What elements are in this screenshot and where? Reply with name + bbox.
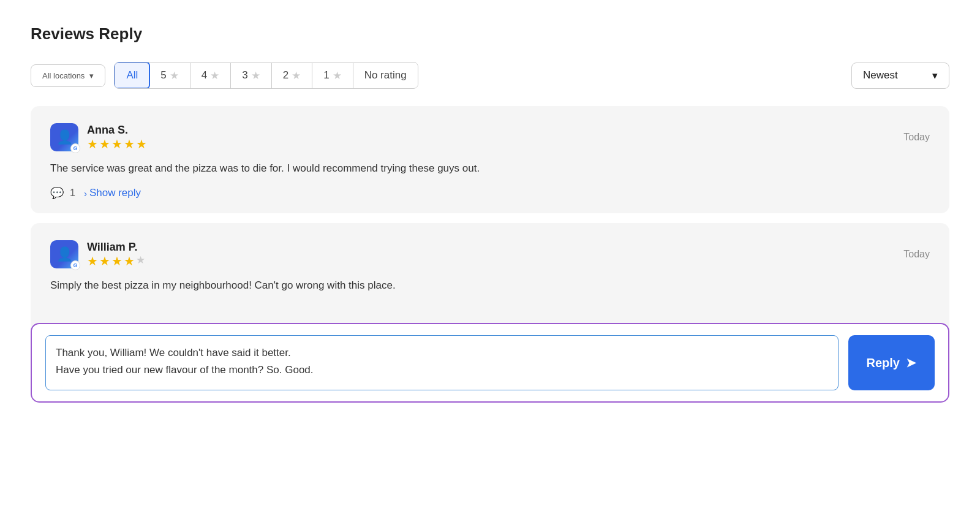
reply-textarea[interactable]: Thank you, William! We couldn't have sai… — [45, 335, 839, 390]
star-icon: ★ — [87, 137, 98, 151]
filters-bar: All locations ▾ All 5 ★ 4 ★ 3 ★ 2 ★ — [31, 62, 949, 89]
page-title: Reviews Reply — [31, 25, 949, 44]
show-reply-button[interactable]: › Show reply — [84, 187, 141, 199]
star-icon: ★ — [99, 137, 110, 151]
tab-3[interactable]: 3 ★ — [231, 63, 271, 88]
location-chevron-icon: ▾ — [89, 71, 94, 80]
star-icon: ★ — [111, 254, 123, 268]
reviewer-info: 👤 G Anna S. ★ ★ ★ ★ ★ — [50, 123, 147, 151]
star-icon: ★ — [136, 137, 147, 151]
star-icon: ★ — [251, 69, 260, 82]
reply-button[interactable]: Reply ➤ — [848, 335, 935, 390]
reviewer-name: William P. — [87, 241, 145, 254]
review-header: 👤 G William P. ★ ★ ★ ★ ★ Toda — [50, 240, 930, 268]
location-label: All locations — [42, 71, 85, 80]
review-footer: 💬 1 › Show reply — [50, 186, 930, 200]
star-icon: ★ — [210, 69, 219, 82]
send-icon: ➤ — [906, 355, 916, 370]
stars-row: ★ ★ ★ ★ ★ — [87, 137, 147, 151]
reply-section: Thank you, William! We couldn't have sai… — [31, 323, 949, 403]
sort-dropdown[interactable]: Newest ▾ — [851, 63, 949, 89]
sort-label: Newest — [863, 69, 898, 82]
comment-count: 1 — [70, 188, 75, 199]
star-icon: ★ — [333, 69, 342, 82]
star-icon: ★ — [124, 137, 135, 151]
star-icon: ★ — [87, 254, 98, 268]
avatar: 👤 G — [50, 123, 78, 151]
william-review-wrapper: 👤 G William P. ★ ★ ★ ★ ★ Toda — [31, 223, 949, 403]
reply-button-label: Reply — [867, 356, 900, 370]
google-badge: G — [70, 143, 80, 153]
star-icon: ★ — [111, 137, 123, 151]
review-card: 👤 G Anna S. ★ ★ ★ ★ ★ Today The service … — [31, 106, 949, 213]
sort-chevron-icon: ▾ — [932, 69, 938, 82]
review-card: 👤 G William P. ★ ★ ★ ★ ★ Toda — [31, 223, 949, 317]
avatar: 👤 G — [50, 240, 78, 268]
star-icon: ★ — [170, 69, 179, 82]
review-header: 👤 G Anna S. ★ ★ ★ ★ ★ Today — [50, 123, 930, 151]
star-icon: ★ — [136, 254, 145, 268]
review-date: Today — [903, 249, 930, 260]
tab-all[interactable]: All — [114, 62, 150, 89]
comment-icon: 💬 — [50, 186, 64, 200]
star-icon: ★ — [292, 69, 301, 82]
reviewer-info: 👤 G William P. ★ ★ ★ ★ ★ — [50, 240, 145, 268]
location-dropdown[interactable]: All locations ▾ — [31, 64, 105, 87]
review-date: Today — [903, 132, 930, 143]
reviewer-details: Anna S. ★ ★ ★ ★ ★ — [87, 124, 147, 151]
filter-left: All locations ▾ All 5 ★ 4 ★ 3 ★ 2 ★ — [31, 62, 418, 89]
google-badge: G — [70, 260, 80, 270]
show-reply-label: Show reply — [89, 187, 141, 199]
tab-5[interactable]: 5 ★ — [149, 63, 190, 88]
review-text: The service was great and the pizza was … — [50, 160, 930, 176]
tab-2[interactable]: 2 ★ — [272, 63, 312, 88]
tab-1[interactable]: 1 ★ — [312, 63, 353, 88]
rating-tabs: All 5 ★ 4 ★ 3 ★ 2 ★ 1 ★ No r — [114, 62, 418, 89]
star-icon: ★ — [99, 254, 110, 268]
chevron-right-icon: › — [84, 188, 87, 199]
tab-4[interactable]: 4 ★ — [190, 63, 231, 88]
tab-no-rating[interactable]: No rating — [353, 63, 418, 88]
reviewer-name: Anna S. — [87, 124, 147, 137]
reply-inner: Thank you, William! We couldn't have sai… — [45, 335, 935, 390]
stars-row: ★ ★ ★ ★ ★ — [87, 254, 145, 268]
reviewer-details: William P. ★ ★ ★ ★ ★ — [87, 241, 145, 268]
star-icon: ★ — [124, 254, 135, 268]
review-text: Simply the best pizza in my neighbourhoo… — [50, 277, 930, 294]
reviews-list: 👤 G Anna S. ★ ★ ★ ★ ★ Today The service … — [31, 106, 949, 403]
